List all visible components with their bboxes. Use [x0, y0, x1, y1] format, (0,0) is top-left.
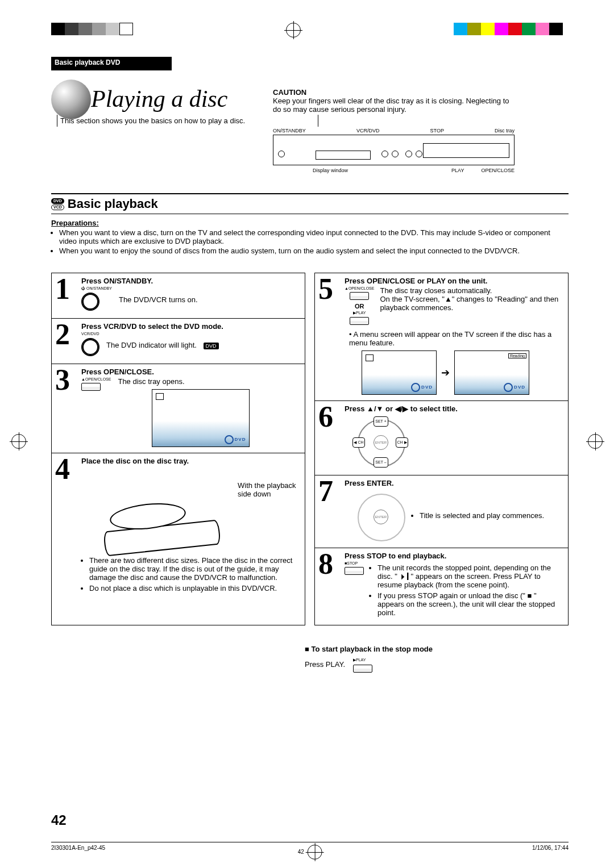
- diagram-label: STOP: [430, 128, 444, 133]
- enter-button-icon: ENTER: [374, 510, 388, 524]
- tv-screen-mock: DVD: [152, 389, 250, 447]
- pad-left: ◀ CH: [352, 437, 365, 448]
- section-header: Basic playback DVD: [51, 57, 172, 70]
- button-icon: [405, 151, 412, 157]
- reading-badge: Reading: [508, 353, 526, 358]
- step-bullet: A menu screen will appear on the TV scre…: [349, 330, 551, 347]
- diagram-label: Display window: [313, 168, 348, 173]
- open-close-button-icon: [350, 292, 369, 300]
- eject-icon: [366, 354, 374, 361]
- caution-text: Keep your fingers well clear of the disc…: [273, 97, 512, 114]
- direction-pad-icon: ENTER: [355, 491, 406, 542]
- step-number: 3: [55, 368, 78, 447]
- button-icon: [416, 151, 422, 157]
- direction-pad-icon: SET + SET – ◀ CH CH ▶ ENTER: [355, 416, 406, 468]
- step-body: With the playback side down: [238, 466, 300, 554]
- prep-item: When you want to view a disc, turn on th…: [59, 228, 569, 245]
- resume-block: ■ To start playback in the stop mode Pre…: [305, 639, 569, 674]
- steps-columns: 1 Press ON/STANDBY. ⏻ ON/STANDBY The DVD…: [51, 273, 569, 625]
- step-title: Press ON/STANDBY.: [81, 277, 300, 285]
- power-button-icon: [278, 151, 285, 157]
- diagram-label: ON/STANDBY: [273, 128, 306, 133]
- dvd-logo: DVD: [225, 435, 246, 444]
- prep-item: When you want to enjoy the sound of disc…: [59, 247, 569, 255]
- step-title: Press VCR/DVD to select the DVD mode.: [81, 322, 300, 331]
- page-subtitle: This section shows you the basics on how…: [57, 115, 318, 127]
- caution-label: CAUTION: [273, 88, 512, 97]
- step-number: 6: [318, 404, 341, 469]
- tv-screen-mock: Reading DVD: [454, 350, 529, 395]
- step-body: The disc tray closes automatically.: [380, 286, 563, 295]
- step-7: 7 Press ENTER. ENTER Title is selected a…: [315, 475, 568, 548]
- step-number: 4: [55, 457, 78, 595]
- preparations: Preparations: When you want to view a di…: [51, 219, 569, 256]
- step-bullet: If you press STOP again or unload the di…: [377, 591, 563, 617]
- button-label: ▶PLAY: [353, 658, 366, 662]
- footer-filename: 2I30301A-En_p42-45: [51, 845, 105, 851]
- steps-right: 5 Press OPEN/CLOSE or PLAY on the unit. …: [314, 273, 569, 625]
- play-button-icon: [353, 665, 372, 673]
- pad-right: CH ▶: [396, 437, 408, 448]
- registration-marks: [0, 23, 614, 45]
- crosshair-icon: [307, 845, 322, 859]
- basic-playback-title: Basic playback: [68, 197, 158, 211]
- diagram-label: OPEN/CLOSE: [481, 168, 515, 173]
- step-number: 8: [318, 552, 341, 619]
- footer-page: 42: [298, 849, 304, 855]
- eject-icon: [156, 393, 164, 400]
- color-bar-left: [51, 23, 133, 35]
- prep-label: Preparations:: [51, 219, 569, 227]
- step-bullet: The unit records the stopped point, depe…: [377, 564, 563, 589]
- color-bar-right: [454, 23, 563, 35]
- page-number: 42: [51, 812, 67, 828]
- diagram-label: PLAY: [451, 168, 464, 173]
- button-label: VCR/DVD: [81, 332, 99, 336]
- footer-date: 1/12/06, 17:44: [532, 845, 569, 851]
- steps-left: 1 Press ON/STANDBY. ⏻ ON/STANDBY The DVD…: [51, 273, 305, 625]
- step-title: Press OPEN/CLOSE.: [81, 368, 300, 376]
- caution-block: CAUTION Keep your fingers well clear of …: [273, 88, 512, 114]
- footer-meta: 2I30301A-En_p42-45 42 1/12/06, 17:44: [51, 842, 569, 851]
- dvd-logo: DVD: [504, 383, 525, 392]
- button-label: ▶PLAY: [345, 311, 374, 315]
- dvd-logo: DVD: [411, 383, 433, 392]
- section-title: DVD VCD Basic playback: [51, 193, 569, 214]
- step-number: 1: [55, 277, 78, 312]
- standby-button-icon: [81, 293, 99, 311]
- place-disc-illustration: [104, 471, 229, 550]
- tv-screen-mock: DVD: [362, 350, 437, 395]
- step-title: Press ▲/▼ or ◀/▶ to select title.: [345, 404, 563, 413]
- step-title: Place the disc on the disc tray.: [81, 457, 300, 465]
- open-close-button-icon: [81, 383, 101, 391]
- step-number: 7: [318, 479, 341, 542]
- pad-down: SET –: [374, 457, 388, 468]
- step-3: 3 Press OPEN/CLOSE. ▲OPEN/CLOSE The disc…: [52, 364, 305, 453]
- step-body: The disc tray opens.: [118, 377, 300, 386]
- vcr-dvd-button-icon: [81, 338, 99, 356]
- step-title: Press ENTER.: [345, 479, 563, 487]
- step-5: 5 Press OPEN/CLOSE or PLAY on the unit. …: [315, 273, 568, 401]
- button-icon: [392, 151, 399, 157]
- device-diagram: ON/STANDBY VCR/DVD STOP Disc tray Displa…: [273, 128, 515, 173]
- button-label: ⏻ ON/STANDBY: [81, 286, 112, 290]
- diagram-label: VCR/DVD: [356, 128, 380, 133]
- disc-tray-icon: [423, 143, 509, 158]
- step-body: The DVD/VCR turns on.: [119, 295, 198, 304]
- or-label: OR: [345, 303, 374, 310]
- step-1: 1 Press ON/STANDBY. ⏻ ON/STANDBY The DVD…: [52, 273, 305, 319]
- diagram-label: Disc tray: [495, 128, 515, 133]
- vcd-badge: VCD: [51, 205, 64, 210]
- step-8: 8 Press STOP to end playback. ■STOP The …: [315, 548, 568, 625]
- dvd-badge: DVD: [51, 198, 64, 204]
- dvd-indicator: DVD: [204, 343, 219, 349]
- button-icon: [381, 151, 388, 157]
- step-bullet: Do not place a disc which is unplayable …: [89, 584, 300, 592]
- pad-up: SET +: [374, 416, 388, 427]
- step-title: Press OPEN/CLOSE or PLAY on the unit.: [345, 277, 563, 285]
- step-title: Press STOP to end playback.: [345, 552, 563, 560]
- step-body: The DVD indicator will light.: [106, 341, 197, 349]
- arrow-right-icon: ➔: [441, 366, 450, 379]
- sphere-icon: [51, 80, 91, 119]
- crosshair-icon: [11, 434, 26, 449]
- resume-heading: ■ To start playback in the stop mode: [305, 645, 569, 653]
